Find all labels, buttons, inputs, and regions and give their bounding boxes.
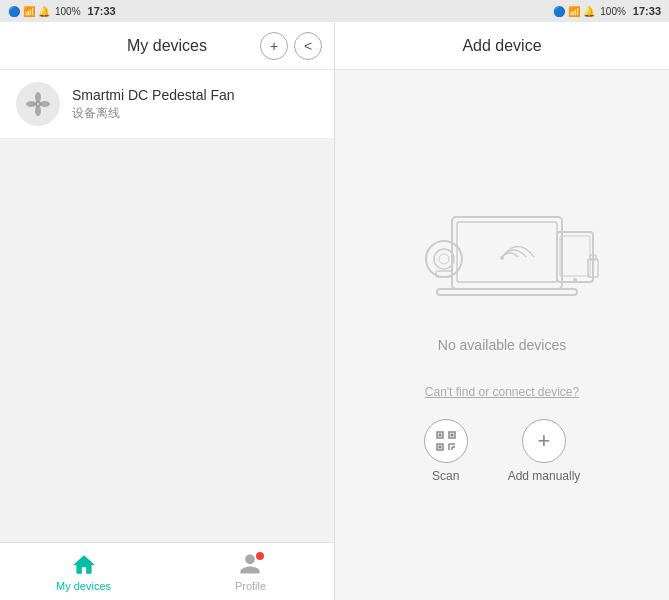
- svg-point-1: [35, 92, 41, 103]
- svg-rect-23: [438, 434, 441, 437]
- svg-rect-10: [437, 289, 577, 295]
- svg-rect-12: [560, 236, 590, 276]
- nav-label-my-devices: My devices: [56, 580, 111, 592]
- add-manually-button[interactable]: + Add manually: [508, 419, 581, 483]
- bluetooth-icon-right: 🔵: [553, 6, 565, 17]
- status-bar-right: 🔵 📶 🔔 100% 17:33: [335, 0, 670, 22]
- device-item[interactable]: Smartmi DC Pedestal Fan 设备离线: [0, 70, 334, 139]
- scan-label: Scan: [432, 469, 459, 483]
- left-status-icons: 🔵 📶 🔔 100% 17:33: [8, 5, 116, 17]
- device-name: Smartmi DC Pedestal Fan: [72, 87, 235, 103]
- device-list: Smartmi DC Pedestal Fan 设备离线: [0, 70, 334, 542]
- svg-point-4: [26, 101, 37, 107]
- time-left: 17:33: [88, 5, 116, 17]
- svg-rect-25: [438, 446, 441, 449]
- notification-icon: 🔔: [38, 6, 50, 17]
- battery-right: 100%: [600, 6, 626, 17]
- nav-label-profile: Profile: [235, 580, 266, 592]
- profile-notification-badge: [256, 552, 264, 560]
- add-manually-icon-circle: +: [522, 419, 566, 463]
- battery-left: 100%: [55, 6, 81, 17]
- right-status-icons: 🔵 📶 🔔 100% 17:33: [553, 5, 661, 17]
- svg-rect-24: [450, 434, 453, 437]
- right-header: Add device: [335, 22, 669, 70]
- left-panel: My devices + <: [0, 22, 335, 600]
- right-content: No available devices Can't find or conne…: [335, 70, 669, 600]
- svg-point-16: [439, 254, 449, 264]
- app-container: My devices + <: [0, 22, 669, 600]
- status-bar-left: 🔵 📶 🔔 100% 17:33: [0, 0, 335, 22]
- left-bottom-nav: My devices Profile: [0, 542, 334, 600]
- add-device-button[interactable]: +: [260, 32, 288, 60]
- scan-icon: [435, 430, 457, 452]
- device-status: 设备离线: [72, 105, 235, 122]
- back-button[interactable]: <: [294, 32, 322, 60]
- no-devices-text: No available devices: [438, 337, 566, 353]
- nav-item-my-devices[interactable]: My devices: [0, 543, 167, 600]
- devices-illustration: [402, 187, 602, 321]
- header-btn-group: + <: [260, 32, 322, 60]
- profile-nav-icon-wrapper: [238, 552, 264, 578]
- device-icon: [16, 82, 60, 126]
- time-right: 17:33: [633, 5, 661, 17]
- plus-icon-add: +: [538, 430, 551, 452]
- scan-icon-circle: [424, 419, 468, 463]
- no-devices-illustration: [402, 187, 602, 317]
- svg-point-2: [40, 101, 51, 107]
- svg-point-3: [35, 106, 41, 117]
- add-manually-label: Add manually: [508, 469, 581, 483]
- action-buttons: Scan + Add manually: [424, 419, 581, 483]
- right-panel-title: Add device: [462, 37, 541, 55]
- signal-icon: 📶: [23, 6, 35, 17]
- device-info: Smartmi DC Pedestal Fan 设备离线: [72, 87, 235, 122]
- notification-icon-right: 🔔: [583, 6, 595, 17]
- cant-find-link[interactable]: Can't find or connect device?: [425, 385, 579, 399]
- right-panel: Add device: [335, 22, 669, 600]
- scan-button[interactable]: Scan: [424, 419, 468, 483]
- home-icon: [71, 552, 97, 578]
- signal-icon-right: 📶: [568, 6, 580, 17]
- left-panel-title: My devices: [127, 37, 207, 55]
- svg-point-13: [573, 278, 577, 282]
- plus-icon: +: [270, 38, 278, 54]
- fan-svg: [23, 89, 53, 119]
- svg-point-9: [500, 256, 504, 260]
- nav-item-profile[interactable]: Profile: [167, 543, 334, 600]
- left-header: My devices + <: [0, 22, 334, 70]
- chevron-left-icon: <: [304, 38, 312, 54]
- bluetooth-icon: 🔵: [8, 6, 20, 17]
- status-bar: 🔵 📶 🔔 100% 17:33 🔵 📶 🔔 100% 17:33: [0, 0, 669, 22]
- svg-point-6: [37, 103, 40, 106]
